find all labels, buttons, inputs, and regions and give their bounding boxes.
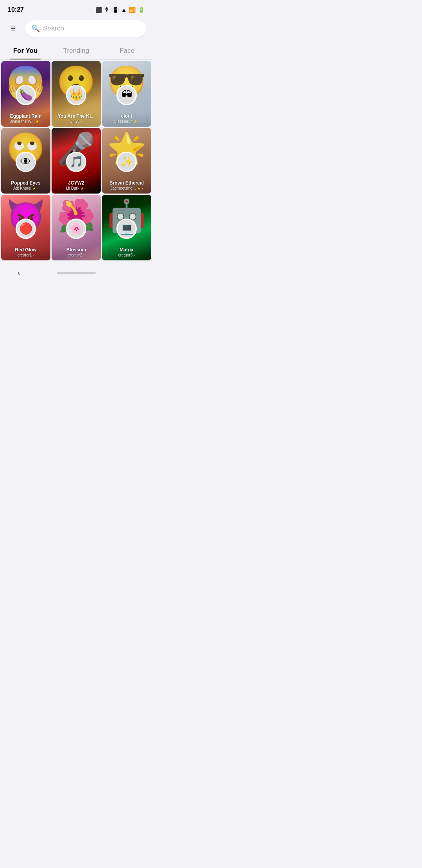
filter-card-red-glow[interactable]: 😈🔴Red Glowcreator1› (1, 195, 50, 260)
tab-face[interactable]: Face (102, 43, 152, 59)
author-arrow-icon: › (33, 253, 34, 257)
status-time: 10:27 (8, 6, 24, 13)
filter-author: creator1› (4, 253, 48, 257)
mic-icon: 🎙 (104, 7, 110, 13)
filter-card-eggplant-rain[interactable]: 😱🍆Eggplant RainJinnie the W...★› (1, 61, 50, 127)
status-bar: 10:27 ⬛ 🎙 📳 ▲ 📶 🔋 (0, 0, 152, 17)
author-arrow-icon: › (83, 253, 84, 257)
filter-info: Eggplant RainJinnie the W...★› (1, 112, 50, 127)
author-arrow-icon: › (138, 120, 139, 124)
signal-icon: 📶 (129, 7, 136, 13)
filter-info: Blossomcreator2› (52, 246, 101, 260)
filter-author: Jinnie the W...★› (4, 119, 48, 124)
filter-info: Matrixcreator3› (102, 246, 151, 260)
filter-card-clout[interactable]: 😎🕶clouttyleeseeuh★› (102, 61, 151, 127)
filter-avatar: 🎵 (66, 152, 86, 172)
filter-title: You Are The Ki... (54, 113, 98, 119)
search-placeholder: Search (43, 25, 64, 32)
filter-info: Red Glowcreator1› (1, 246, 50, 260)
filter-card-brown-ethereal[interactable]: 🌟✨Brown EtherealJagmeetsing...★› (102, 128, 151, 194)
filter-author: creator2› (54, 253, 98, 257)
filter-avatar: ✨ (116, 152, 137, 172)
filter-avatar: 👁 (16, 152, 36, 172)
author-arrow-icon: › (40, 120, 41, 124)
verified-badge: ★ (36, 119, 39, 124)
notification-icon: ⬛ (95, 7, 102, 13)
home-indicator[interactable] (57, 272, 96, 274)
verified-badge: ★ (134, 119, 137, 124)
filter-author: creator3› (104, 253, 149, 257)
tab-trending[interactable]: Trending (51, 43, 102, 59)
filter-author-name: J4S5 (71, 119, 80, 124)
filter-author: tyleeseeuh★› (104, 119, 149, 124)
filter-card-matrix[interactable]: 🤖💻Matrixcreator3› (102, 195, 151, 260)
verified-badge: ★ (137, 186, 141, 190)
filter-info: clouttyleeseeuh★› (102, 112, 151, 127)
filter-author-name: tyleeseeuh (114, 119, 132, 124)
search-bar[interactable]: 🔍 Search (25, 20, 146, 37)
filter-title: Brown Ethereal (104, 180, 149, 186)
filter-author-name: creator1 (18, 253, 32, 257)
tabs-bar: For You Trending Face (0, 40, 152, 60)
filter-author: Jagmeetsing...★› (104, 186, 149, 190)
menu-icon: ≡ (11, 23, 16, 34)
filter-author: Atit Kharel★› (4, 186, 48, 190)
filter-avatar: 🌸 (66, 219, 86, 239)
filter-info: You Are The Ki...J4S5› (52, 112, 101, 127)
filter-author: Lil Durk★› (54, 186, 98, 190)
battery-icon: 🔋 (138, 7, 145, 13)
filter-author: J4S5› (54, 119, 98, 124)
verified-badge: ★ (32, 186, 36, 190)
author-arrow-icon: › (80, 120, 82, 124)
filter-title: Matrix (104, 247, 149, 253)
wifi-icon: ▲ (121, 7, 127, 13)
vibrate-icon: 📳 (112, 7, 119, 13)
filter-info: JCYW2Lil Durk★› (52, 179, 101, 194)
filter-author-name: creator2 (68, 253, 82, 257)
author-arrow-icon: › (142, 187, 143, 190)
filter-author-name: Atit Kharel (13, 186, 31, 190)
filter-author-name: Lil Durk (66, 186, 79, 190)
author-arrow-icon: › (134, 253, 135, 257)
filter-grid: 😱🍆Eggplant RainJinnie the W...★›😮👑You Ar… (0, 60, 152, 262)
filter-info: Brown EtherealJagmeetsing...★› (102, 179, 151, 194)
header: ≡ 🔍 Search (0, 17, 152, 40)
author-arrow-icon: › (37, 187, 38, 190)
filter-title: JCYW2 (54, 180, 98, 186)
filter-title: clout (104, 113, 149, 119)
filter-title: Blossom (54, 247, 98, 253)
filter-title: Popped Eyes (4, 180, 48, 186)
filter-avatar: 🍆 (16, 85, 36, 105)
filter-card-blossom[interactable]: 🌺🌸Blossomcreator2› (52, 195, 101, 260)
back-button[interactable]: ≡ (6, 22, 20, 36)
filter-title: Eggplant Rain (4, 113, 48, 119)
filter-card-popped-eyes[interactable]: 🙄👁Popped EyesAtit Kharel★› (1, 128, 50, 194)
filter-card-you-are-the-king[interactable]: 😮👑You Are The Ki...J4S5› (52, 61, 101, 127)
filter-info: Popped EyesAtit Kharel★› (1, 179, 50, 194)
filter-avatar: 💻 (116, 219, 137, 239)
filter-card-jcyw2[interactable]: 🎤🎵JCYW2Lil Durk★› (52, 128, 101, 194)
search-icon: 🔍 (31, 24, 40, 33)
filter-title: Red Glow (4, 247, 48, 253)
tab-for-you[interactable]: For You (0, 43, 51, 59)
filter-avatar: 🕶 (116, 85, 137, 105)
nav-back-button[interactable]: ‹ (12, 265, 26, 280)
filter-author-name: Jagmeetsing... (110, 186, 136, 190)
filter-author-name: Jinnie the W... (10, 119, 35, 124)
filter-avatar: 🔴 (16, 219, 36, 239)
author-arrow-icon: › (85, 187, 86, 190)
bottom-nav: ‹ (0, 262, 152, 287)
verified-badge: ★ (80, 186, 84, 190)
status-icons: ⬛ 🎙 📳 ▲ 📶 🔋 (95, 7, 145, 13)
filter-author-name: creator3 (118, 253, 133, 257)
filter-avatar: 👑 (66, 85, 86, 105)
